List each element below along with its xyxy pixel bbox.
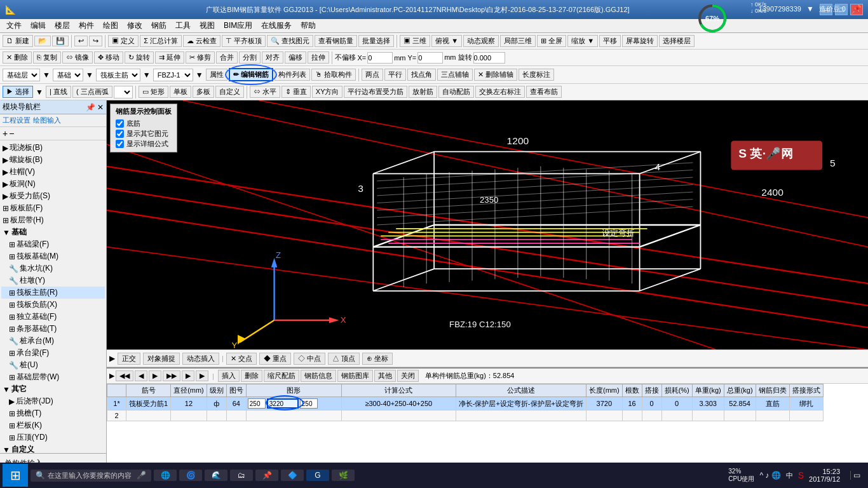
tree-group-qita[interactable]: ▼ 其它 [1, 383, 105, 395]
menu-draw[interactable]: 绘图 [99, 19, 122, 32]
btn-stretch[interactable]: 拉伸 [308, 51, 329, 64]
link-draw-input[interactable]: 绘图输入 [33, 116, 61, 125]
btn-horizontal[interactable]: ⇔ 水平 [250, 86, 280, 98]
btn-trim[interactable]: ✂ 修剪 [186, 51, 215, 64]
tree-item-tiaoy[interactable]: ⊞ 挑檐(T) [1, 407, 105, 419]
btn-other[interactable]: 其他 [374, 370, 396, 382]
btn-coords[interactable]: ⊕ 坐标 [362, 353, 393, 365]
taskbar-app2[interactable]: 🌀 [179, 470, 202, 481]
menu-bim[interactable]: BIM应用 [220, 19, 256, 32]
select-draw-mode[interactable] [114, 86, 133, 98]
btn-arc[interactable]: ( 三点画弧 [72, 86, 112, 98]
checkbox-others[interactable] [116, 130, 124, 138]
select-rebar-type[interactable]: 筏板主筋 [96, 69, 140, 81]
btn-pan[interactable]: 平移 [599, 35, 621, 47]
btn-vertical[interactable]: ⇕ 垂直 [281, 86, 311, 98]
tree-item-fabfujin[interactable]: ⊞ 筏板负筋(X) [1, 299, 105, 311]
tree-item-houjiaod[interactable]: ▶ 后浇带(JD) [1, 395, 105, 407]
taskbar-app5[interactable]: 📌 [255, 470, 278, 481]
check-bottom-rebar[interactable]: 底筋 [116, 119, 172, 128]
tree-item-bandong[interactable]: ▶ 板洞(N) [1, 178, 105, 190]
btn-cloud-check[interactable]: ☁ 云检查 [183, 35, 220, 47]
btn-nav-last[interactable]: ▶▶ [163, 370, 180, 381]
menu-file[interactable]: 文件 [3, 19, 25, 32]
check-other-elements[interactable]: 显示其它图元 [116, 129, 172, 139]
btn-delete-rebar[interactable]: 删除 [241, 370, 262, 382]
tree-group-custom[interactable]: ▼ 自定义 [1, 444, 105, 453]
btn-delete[interactable]: ✕ 删除 [3, 51, 32, 64]
canvas-area[interactable]: 钢筋显示控制面板 底筋 显示其它图元 显示详细公式 [107, 100, 868, 349]
select-floor-layer[interactable]: 基础层 [3, 69, 40, 81]
btn-zoom[interactable]: 缩放 ▼ [567, 35, 598, 47]
btn-rotate[interactable]: ↻ 旋转 [125, 51, 154, 64]
btn-split[interactable]: 分割 [239, 51, 261, 64]
btn-save[interactable]: 💾 [52, 36, 69, 46]
tree-item-dulijich[interactable]: ⊞ 独立基础(F) [1, 311, 105, 323]
tree-item-tiaoxjich[interactable]: ⊞ 条形基础(T) [1, 323, 105, 335]
minus-icon[interactable]: − [9, 128, 14, 139]
checkbox-bottom[interactable] [116, 119, 124, 128]
cell-figure-1[interactable]: 250 3220 250 [246, 397, 341, 410]
tree-item-ctliang[interactable]: ⊞ 承台梁(F) [1, 347, 105, 359]
tree-item-zhumao[interactable]: ▶ 柱帽(V) [1, 166, 105, 178]
taskbar-app4[interactable]: 🗂 [230, 470, 253, 481]
menu-view[interactable]: 视图 [196, 19, 219, 32]
tree-item-xianjiaob[interactable]: ▶ 现浇板(B) [1, 142, 105, 154]
tree-item-fabanjich[interactable]: ⊞ 筏板基础(M) [1, 250, 105, 262]
taskbar-clock[interactable]: 15:23 2017/9/12 [809, 468, 845, 483]
btn-topview[interactable]: 俯视 ▼ [431, 35, 462, 47]
btn-offset[interactable]: 偏移 [285, 51, 306, 64]
btn-vertex[interactable]: △ 顶点 [328, 353, 360, 365]
tree-item-jishuikeng[interactable]: 🔧 集水坑(K) [1, 262, 105, 274]
btn-batch-select[interactable]: 批量选择 [358, 35, 394, 47]
btn-move[interactable]: ✥ 移动 [94, 51, 123, 64]
btn-rebar-lib[interactable]: 钢筋图库 [337, 370, 373, 382]
menu-help[interactable]: 帮助 [297, 19, 320, 32]
btn-nav-first[interactable]: ◀◀ [116, 370, 133, 381]
btn-rebar-nav3[interactable]: ▶ [182, 370, 194, 381]
btn-swap-label[interactable]: 交换左右标注 [475, 86, 525, 98]
panel-pin-icon[interactable]: 📌 ✕ [86, 103, 104, 112]
select-component-id[interactable]: FBZJ-1 [153, 69, 193, 81]
btn-close-rebar[interactable]: 关闭 [397, 370, 419, 382]
mic-icon[interactable]: 🎤 [137, 471, 146, 480]
btn-property[interactable]: 属性 [206, 69, 227, 81]
btn-xy-dir[interactable]: XY方向 [312, 86, 343, 98]
btn-rebar-nav4[interactable]: ▶ [196, 370, 208, 381]
btn-3d[interactable]: ▣ 三维 [400, 35, 430, 47]
tree-item-jccd[interactable]: ⊞ 基础层带(W) [1, 371, 105, 383]
user-settings-icon[interactable]: 📌 [851, 4, 862, 14]
tree-item-zhucht[interactable]: 🔧 桩承台(M) [1, 335, 105, 347]
input-y[interactable] [417, 52, 443, 64]
btn-undo[interactable]: ↩ [74, 36, 88, 46]
btn-local3d[interactable]: 局部三维 [500, 35, 536, 47]
btn-two-point[interactable]: 两点 [362, 69, 383, 81]
menu-tools[interactable]: 工具 [172, 19, 194, 32]
btn-find-element[interactable]: 🔍 查找图元 [267, 35, 313, 47]
btn-fullscreen[interactable]: ⊞ 全屏 [537, 35, 566, 47]
check-detail-formula[interactable]: 显示详细公式 [116, 139, 172, 149]
btn-align-top[interactable]: ⊤ 平齐板顶 [222, 35, 266, 47]
btn-mirror[interactable]: ⇔ 镜像 [62, 51, 93, 64]
btn-edit-rebar[interactable]: ✏ 编辑钢筋 [229, 68, 273, 81]
taskbar-app6[interactable]: 🔷 [281, 470, 304, 481]
tree-item-zhuang[interactable]: 🔧 桩(U) [1, 359, 105, 371]
btn-custom-def[interactable]: 自定义 [215, 86, 244, 98]
menu-online[interactable]: 在线服务 [257, 19, 295, 32]
btn-auto-rebar[interactable]: 自动配筋 [438, 86, 474, 98]
tree-item-luoxuanb[interactable]: ▶ 螺旋板(B) [1, 154, 105, 166]
btn-view-rebar[interactable]: 查看钢筋量 [315, 35, 357, 47]
input-x[interactable] [367, 52, 393, 64]
menu-component[interactable]: 构件 [75, 19, 98, 32]
checkbox-formula[interactable] [116, 140, 124, 148]
tree-item-jichuliang[interactable]: ⊞ 基础梁(F) [1, 238, 105, 250]
btn-dimension[interactable]: 长度标注 [519, 69, 554, 81]
rebar-table-wrap[interactable]: 筋号 直径(mm) 级别 图号 图形 计算公式 公式描述 长度(mm) 根数 搭… [107, 384, 868, 468]
menu-modify[interactable]: 修改 [123, 19, 146, 32]
btn-find-angle[interactable]: 找点角 [407, 69, 436, 81]
taskbar-search[interactable]: 🔍 在这里输入你要搜索的内容 🎤 [31, 470, 151, 482]
btn-dynamic-input[interactable]: 动态插入 [182, 353, 219, 365]
btn-define[interactable]: ▣ 定义 [108, 35, 139, 47]
btn-insert-rebar[interactable]: 插入 [218, 370, 240, 382]
tree-item-banceng[interactable]: ⊞ 板层带(H) [1, 214, 105, 226]
